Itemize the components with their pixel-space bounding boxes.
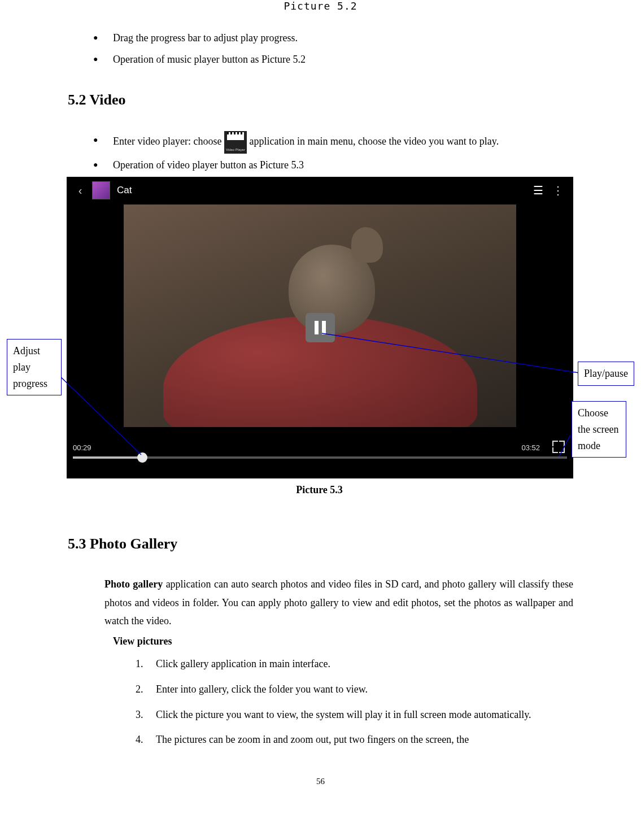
text: application in main menu, choose the vid… <box>249 136 499 147</box>
figure-caption-video: Picture 5.3 <box>67 484 572 496</box>
back-icon[interactable]: ‹ <box>71 181 90 200</box>
gallery-para-bold: Photo gallery <box>104 578 163 590</box>
video-player-app-icon: Video Player <box>224 131 247 154</box>
step-item: 2.Enter into gallery, click the folder y… <box>136 681 573 698</box>
fullscreen-icon[interactable] <box>552 441 565 453</box>
step-item: 4.The pictures can be zoom in and zoom o… <box>136 731 573 748</box>
play-pause-button[interactable] <box>306 313 335 342</box>
intro-bullets: Drag the progress bar to adjust play pro… <box>68 29 573 69</box>
step-text: Click gallery application in main interf… <box>156 658 330 669</box>
gallery-para-rest: application can auto search photos and v… <box>104 578 573 626</box>
callout-play-pause: Play/pause <box>578 362 634 386</box>
figure-caption-top: Picture 5.2 <box>68 0 573 12</box>
heading-video: 5.2 Video <box>68 92 573 108</box>
video-bullets: Enter video player: choose Video Player … <box>68 131 573 174</box>
total-time-label: 03:52 <box>521 443 540 452</box>
step-text: Enter into gallery, click the folder you… <box>156 684 368 695</box>
video-title: Cat <box>117 185 132 196</box>
view-pictures-steps: 1.Click gallery application in main inte… <box>136 655 573 748</box>
callout-screen-mode: Choose the screen mode <box>572 401 626 458</box>
bullet-item: Drag the progress bar to adjust play pro… <box>68 29 573 47</box>
progress-track[interactable] <box>73 456 567 459</box>
bullet-item: Operation of music player button as Pict… <box>68 50 573 68</box>
text: Enter video player: choose <box>113 136 224 147</box>
bullet-item: Enter video player: choose Video Player … <box>68 131 573 154</box>
page-number: 56 <box>68 777 573 786</box>
bullet-item: Operation of video player button as Pict… <box>68 156 573 174</box>
step-text: Click the picture you want to view, the … <box>156 709 531 720</box>
app-icon-label: Video Player <box>224 147 247 153</box>
step-item: 3.Click the picture you want to view, th… <box>136 706 573 724</box>
gallery-paragraph: Photo gallery application can auto searc… <box>104 575 573 630</box>
progress-fill <box>73 456 142 459</box>
progress-knob[interactable] <box>137 452 147 463</box>
current-time-label: 00:29 <box>73 443 91 452</box>
callout-adjust-progress: Adjust play progress <box>7 339 62 395</box>
heading-gallery: 5.3 Photo Gallery <box>68 536 573 552</box>
video-topbar: ‹ Cat ☰ ⋮ <box>67 177 573 203</box>
step-text: The pictures can be zoom in and zoom out… <box>156 734 469 745</box>
gallery-subheading: View pictures <box>113 636 573 647</box>
share-icon[interactable]: ☰ <box>526 184 550 197</box>
video-player-screenshot: ‹ Cat ☰ ⋮ 00:29 03:52 <box>67 177 572 496</box>
step-item: 1.Click gallery application in main inte… <box>136 655 573 673</box>
overflow-menu-icon[interactable]: ⋮ <box>550 184 573 197</box>
video-thumbnail-icon <box>92 181 110 199</box>
